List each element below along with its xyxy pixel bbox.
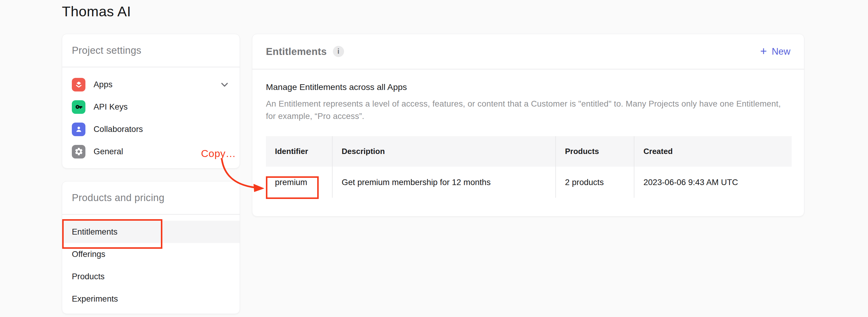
new-entitlement-button[interactable]: + New — [760, 46, 790, 57]
project-settings-header: Project settings — [62, 34, 240, 67]
cell-products: 2 products — [556, 167, 634, 198]
sidebar-item-label: Collaborators — [94, 124, 143, 134]
manage-heading: Manage Entitlements across all Apps — [266, 82, 790, 92]
entitlements-table: Identifier Description Products Created … — [266, 136, 792, 198]
sidebar-item-collaborators[interactable]: Collaborators — [62, 118, 240, 140]
page-title: Thomas AI — [62, 3, 131, 20]
person-icon — [72, 122, 85, 136]
layers-icon — [72, 78, 85, 91]
entitlements-panel-body: Manage Entitlements across all Apps An E… — [252, 69, 804, 198]
column-header-created: Created — [634, 136, 792, 167]
table-row-premium[interactable]: premium Get premium membership for 12 mo… — [266, 167, 792, 198]
sidebar-item-products[interactable]: Products — [62, 265, 240, 288]
table-header-row: Identifier Description Products Created — [266, 136, 792, 167]
entitlements-description: An Entitlement represents a level of acc… — [266, 97, 790, 122]
column-header-products: Products — [556, 136, 634, 167]
annotation-box-entitlements — [62, 219, 162, 249]
entitlements-panel: Entitlements i + New Manage Entitlements… — [252, 34, 804, 217]
new-button-label: New — [772, 46, 790, 57]
annotation-box-premium — [266, 176, 319, 199]
sidebar-item-label: General — [94, 147, 123, 156]
plus-icon: + — [760, 45, 767, 57]
info-icon[interactable]: i — [333, 46, 344, 57]
column-header-description: Description — [332, 136, 556, 167]
gear-icon — [72, 145, 85, 158]
sidebar-item-api-keys[interactable]: API Keys — [62, 96, 240, 118]
sidebar-item-apps[interactable]: Apps — [62, 74, 240, 96]
entitlements-panel-title: Entitlements — [266, 46, 327, 57]
sidebar-item-label: Apps — [94, 80, 113, 89]
annotation-arrow-icon — [193, 144, 272, 205]
cell-created: 2023-06-06 9:43 AM UTC — [634, 167, 792, 198]
sidebar-item-label: API Keys — [94, 102, 128, 112]
cell-description: Get premium membership for 12 months — [332, 167, 556, 198]
entitlements-panel-header: Entitlements i + New — [252, 34, 804, 69]
project-settings-title: Project settings — [72, 45, 141, 56]
sidebar-item-experiments[interactable]: Experiments — [62, 288, 240, 310]
products-pricing-title: Products and pricing — [72, 192, 164, 203]
sidebar-item-label: Experiments — [72, 294, 118, 304]
column-header-identifier: Identifier — [266, 136, 332, 167]
chevron-down-icon[interactable] — [219, 79, 230, 90]
sidebar-item-label: Offerings — [72, 249, 105, 259]
sidebar-item-label: Products — [72, 272, 105, 281]
key-icon — [72, 100, 85, 114]
